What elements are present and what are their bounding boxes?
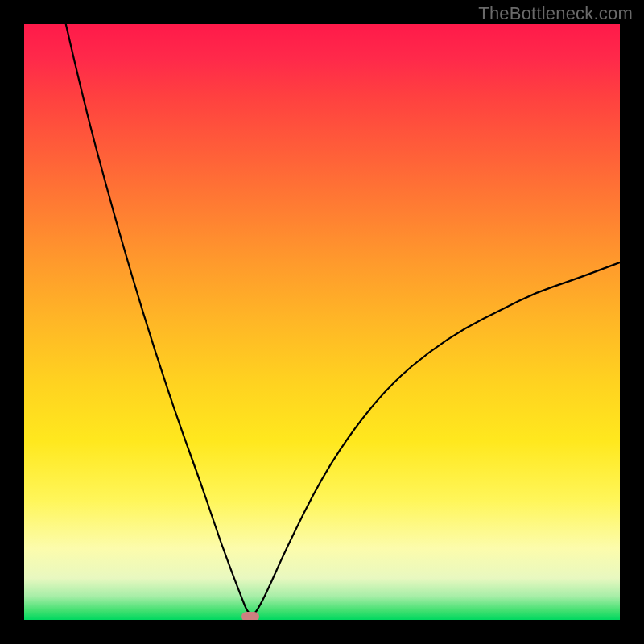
watermark-text: TheBottleneck.com (478, 3, 633, 24)
plot-area (24, 24, 620, 620)
minimum-marker (242, 612, 259, 620)
bottleneck-curve-svg (24, 24, 620, 620)
chart-frame: TheBottleneck.com (0, 0, 644, 644)
bottleneck-curve (66, 24, 620, 614)
